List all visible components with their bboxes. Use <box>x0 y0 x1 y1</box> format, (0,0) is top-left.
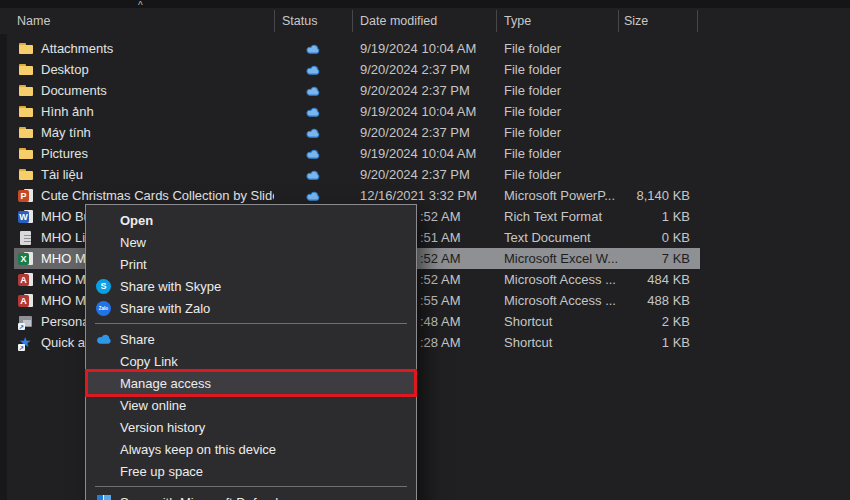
file-type: Microsoft Access ... <box>496 269 624 290</box>
file-status-cell <box>274 80 352 101</box>
defender-icon <box>95 494 112 500</box>
menu-item-label: New <box>120 235 146 250</box>
file-size: 1 KB <box>618 206 690 227</box>
file-type: File folder <box>496 143 624 164</box>
file-name-label: Desktop <box>41 62 89 77</box>
cloud-status-icon <box>306 191 320 201</box>
file-size <box>618 143 690 164</box>
file-size: 488 KB <box>618 290 690 311</box>
column-header-name[interactable]: Name <box>17 8 50 34</box>
menu-item-label: Scan with Microsoft Defender... <box>120 495 300 500</box>
file-name-label: Cute Christmas Cards Collection by Slide… <box>41 188 274 203</box>
file-date-modified: 9/19/2024 10:04 AM <box>352 101 502 122</box>
menu-item-label: Free up space <box>120 464 203 479</box>
file-name-cell[interactable]: Documents <box>14 80 274 101</box>
file-row[interactable]: Desktop9/20/2024 2:37 PMFile folder <box>0 59 850 80</box>
column-header-date-modified[interactable]: Date modified <box>360 8 437 34</box>
menu-item-free-up-space[interactable]: Free up space <box>86 460 416 482</box>
file-name-label: MHO Lis <box>41 230 92 245</box>
file-type: File folder <box>496 80 624 101</box>
file-name-cell[interactable]: Desktop <box>14 59 274 80</box>
folder-icon <box>18 167 34 183</box>
file-name-cell[interactable]: Máy tính <box>14 122 274 143</box>
file-date-modified: 9/19/2024 10:04 AM <box>352 143 502 164</box>
cloud-status-icon <box>306 149 320 159</box>
file-status-cell <box>274 101 352 122</box>
menu-item-share[interactable]: Share <box>86 328 416 350</box>
menu-item-label: Always keep on this device <box>120 442 276 457</box>
zalo-icon: Zalo <box>95 300 112 317</box>
file-type: Rich Text Format <box>496 206 624 227</box>
powerpoint-icon: P <box>18 188 34 204</box>
menu-item-always-keep-on-this-device[interactable]: Always keep on this device <box>86 438 416 460</box>
menu-item-version-history[interactable]: Version history <box>86 416 416 438</box>
file-date-modified: 12/16/2021 3:32 PM <box>352 185 502 206</box>
menu-item-copy-link[interactable]: Copy Link <box>86 350 416 372</box>
file-size: 7 KB <box>618 248 690 269</box>
access-icon: A <box>18 272 34 288</box>
menu-item-print[interactable]: Print <box>86 253 416 275</box>
menu-item-manage-access[interactable]: Manage access <box>86 372 416 394</box>
cloud-status-icon <box>306 107 320 117</box>
file-name-cell[interactable]: Attachments <box>14 38 274 59</box>
file-name-label: Pictures <box>41 146 88 161</box>
file-type: File folder <box>496 59 624 80</box>
file-type: Shortcut <box>496 311 624 332</box>
file-row[interactable]: Tài liệu9/20/2024 2:37 PMFile folder <box>0 164 850 185</box>
onedrive-cloud-icon <box>96 333 112 345</box>
menu-item-share-with-zalo[interactable]: ZaloShare with Zalo <box>86 297 416 319</box>
column-header-status[interactable]: Status <box>282 8 317 34</box>
file-row[interactable]: Máy tính9/20/2024 2:37 PMFile folder <box>0 122 850 143</box>
column-header-type[interactable]: Type <box>504 8 531 34</box>
file-name-cell[interactable]: Tài liệu <box>14 164 274 185</box>
file-type: Text Document <box>496 227 624 248</box>
file-date-modified: 9/20/2024 2:37 PM <box>352 122 502 143</box>
file-name-cell[interactable]: Pictures <box>14 143 274 164</box>
word-icon: W <box>18 209 34 225</box>
skype-icon: S <box>95 278 112 295</box>
folder-icon <box>18 62 34 78</box>
column-divider[interactable] <box>496 10 497 32</box>
file-row[interactable]: Hình ảnh9/19/2024 10:04 AMFile folder <box>0 101 850 122</box>
column-divider[interactable] <box>697 10 698 32</box>
file-type: File folder <box>496 122 624 143</box>
file-name-cell[interactable]: Hình ảnh <box>14 101 274 122</box>
file-name-cell[interactable]: PCute Christmas Cards Collection by Slid… <box>14 185 274 206</box>
column-divider[interactable] <box>274 10 275 32</box>
menu-item-label: Open <box>120 213 153 228</box>
menu-item-scan-with-microsoft-defender[interactable]: Scan with Microsoft Defender... <box>86 491 416 500</box>
cloud-status-icon <box>306 44 320 54</box>
file-row[interactable]: Documents9/20/2024 2:37 PMFile folder <box>0 80 850 101</box>
file-size <box>618 101 690 122</box>
menu-item-new[interactable]: New <box>86 231 416 253</box>
column-header-size[interactable]: Size <box>624 8 648 34</box>
file-name-label: Tài liệu <box>41 167 83 182</box>
folder-icon <box>18 146 34 162</box>
file-status-cell <box>274 143 352 164</box>
file-type: File folder <box>496 164 624 185</box>
file-status-cell <box>274 59 352 80</box>
file-size: 2 KB <box>618 311 690 332</box>
menu-item-share-with-skype[interactable]: SShare with Skype <box>86 275 416 297</box>
file-size <box>618 122 690 143</box>
context-menu: OpenNewPrintSShare with SkypeZaloShare w… <box>85 204 417 500</box>
file-date-modified: 9/20/2024 2:37 PM <box>352 164 502 185</box>
column-divider[interactable] <box>618 10 619 32</box>
sort-ascending-icon[interactable]: ^ <box>138 0 143 11</box>
excel-icon: X <box>18 251 34 267</box>
file-row[interactable]: Attachments9/19/2024 10:04 AMFile folder <box>0 38 850 59</box>
file-size <box>618 164 690 185</box>
folder-icon <box>18 125 34 141</box>
app-shortcut-icon: ↗ <box>18 314 34 330</box>
column-divider[interactable] <box>352 10 353 32</box>
file-size: 0 KB <box>618 227 690 248</box>
file-row[interactable]: Pictures9/19/2024 10:04 AMFile folder <box>0 143 850 164</box>
file-row[interactable]: PCute Christmas Cards Collection by Slid… <box>0 185 850 206</box>
window-top-strip <box>0 0 850 8</box>
folder-icon <box>18 41 34 57</box>
file-name-label: Documents <box>41 83 107 98</box>
file-status-cell <box>274 185 352 206</box>
menu-item-label: Version history <box>120 420 205 435</box>
menu-item-view-online[interactable]: View online <box>86 394 416 416</box>
menu-item-open[interactable]: Open <box>86 209 416 231</box>
